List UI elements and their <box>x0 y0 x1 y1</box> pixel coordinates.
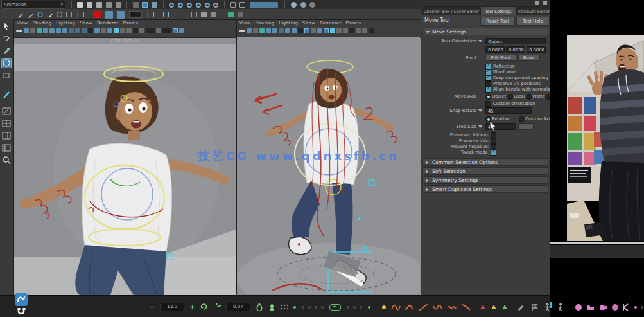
slider-dot[interactable] <box>360 306 362 309</box>
redo-icon[interactable] <box>116 2 121 8</box>
snap-grid-icon[interactable] <box>169 3 174 8</box>
curve-tool-icon[interactable] <box>17 11 24 18</box>
playblast-icon[interactable] <box>228 12 234 17</box>
video-frame[interactable] <box>550 0 644 317</box>
uv-grid-alt-icon[interactable] <box>117 11 125 19</box>
viewport-toolbar-icon[interactable] <box>253 28 258 33</box>
menu-show[interactable]: Show <box>80 21 92 26</box>
menu-view[interactable]: View <box>239 21 250 26</box>
text-tool-icon[interactable] <box>83 12 89 17</box>
dot-grid-icon[interactable] <box>280 304 288 311</box>
pin-icon[interactable] <box>535 1 539 5</box>
curve-preset-snake-icon[interactable] <box>447 303 457 311</box>
pink-ball-icon[interactable] <box>612 304 618 311</box>
slider-dot-active[interactable] <box>368 306 370 309</box>
curve-preset-step-icon[interactable] <box>405 303 414 311</box>
axis-x-field[interactable]: 0.0000 <box>485 46 505 53</box>
viewport-toolbar-icon[interactable] <box>259 28 265 33</box>
poly-cylinder-icon[interactable] <box>173 12 178 17</box>
tween-plus-button[interactable]: + <box>189 303 195 312</box>
tab-attribute-editor[interactable]: Attribute Editor <box>516 6 551 16</box>
tweak-mode-checkbox[interactable] <box>491 150 496 156</box>
shelf-extra-icon[interactable] <box>201 12 207 17</box>
section-smart-duplicate[interactable]: Smart Duplicate Settings <box>422 185 548 193</box>
viewport-toolbar-icon[interactable] <box>349 28 354 33</box>
edit-pivot-button[interactable]: Edit Pivot <box>485 55 516 61</box>
layout-single-button[interactable] <box>1 106 12 116</box>
poly-plane-icon[interactable] <box>182 12 187 17</box>
pink-circle-icon[interactable] <box>575 304 582 311</box>
viewport-toolbar-icon[interactable] <box>133 28 138 33</box>
chevron-down-icon[interactable] <box>478 40 482 42</box>
viewport-toolbar-icon[interactable] <box>304 28 309 33</box>
pink-folder-icon[interactable] <box>586 303 595 311</box>
viewport-toolbar-icon[interactable] <box>298 28 303 33</box>
viewport-toolbar-icon[interactable] <box>82 28 87 33</box>
arc-tool-icon[interactable] <box>37 12 43 17</box>
axis-z-field[interactable]: 0.0000 <box>527 46 546 53</box>
viewport-toolbar-icon[interactable] <box>317 28 322 33</box>
tab-channel-box[interactable]: Channel Box / Layer Editor <box>422 6 480 16</box>
pen-tool[interactable] <box>1 89 12 100</box>
tool-help-button[interactable]: Tool Help <box>516 17 550 26</box>
section-common-selection[interactable]: Common Selection Options <box>422 158 548 166</box>
snap-rotate-field[interactable]: 45 <box>485 107 532 114</box>
slider-dot[interactable] <box>308 306 311 309</box>
rotate-tool[interactable] <box>1 70 12 80</box>
square-tool-icon[interactable] <box>66 12 72 17</box>
curve-preset-fall-icon[interactable] <box>461 303 471 311</box>
viewport-toolbar-icon[interactable] <box>292 28 297 33</box>
snap-projected-center-icon[interactable] <box>196 3 201 8</box>
cycle-icon[interactable] <box>200 303 208 311</box>
render-icon[interactable] <box>291 2 297 8</box>
middle-viewport[interactable]: ViewShadingLightingShowRendererPanels <box>236 19 422 296</box>
viewport-toolbar-icon[interactable] <box>239 30 245 32</box>
menu-renderer[interactable]: Renderer <box>97 21 119 26</box>
viewport-toolbar-icon[interactable] <box>139 28 144 33</box>
pink-dot[interactable] <box>634 306 637 309</box>
tangent-flag-green-icon[interactable] <box>502 305 507 309</box>
slider-dot[interactable] <box>353 306 356 309</box>
poly-torus-icon[interactable] <box>191 12 197 17</box>
make-live-icon[interactable] <box>213 3 218 8</box>
viewport-toolbar-icon[interactable] <box>173 28 178 33</box>
viewport-toolbar-icon[interactable] <box>75 28 80 33</box>
video-reference-panel[interactable]: mood 0001.jpg <box>550 0 644 317</box>
render-settings-icon[interactable] <box>309 2 315 8</box>
select-component-icon[interactable] <box>152 2 157 8</box>
range-slider-icon[interactable] <box>329 304 341 311</box>
viewport-toolbar-icon[interactable] <box>49 28 55 33</box>
viewport-toolbar-icon[interactable] <box>266 28 271 33</box>
viewport-toolbar-icon[interactable] <box>62 28 67 33</box>
new-scene-icon[interactable] <box>77 2 83 8</box>
viewport-toolbar-icon[interactable] <box>69 28 74 33</box>
move-axis-object-radio[interactable] <box>485 94 491 100</box>
black-swatch[interactable] <box>129 11 142 18</box>
custom-orientation-checkbox[interactable] <box>485 101 491 107</box>
pivot-reset-button[interactable]: Reset <box>518 55 540 61</box>
viewport-toolbar-icon[interactable] <box>336 28 342 33</box>
tween-value-field[interactable]: 13.0 <box>160 303 184 311</box>
save-scene-icon[interactable] <box>96 2 102 8</box>
snap-view-plane-icon[interactable] <box>205 3 210 8</box>
ep-curve-icon[interactable] <box>46 11 53 18</box>
undo-icon[interactable] <box>106 2 112 8</box>
circle-tool-icon[interactable] <box>57 12 62 17</box>
viewport-toolbar-icon[interactable] <box>56 28 61 33</box>
section-symmetry[interactable]: Symmetry Settings <box>422 176 548 184</box>
tangent-flag-yellow-icon[interactable] <box>491 305 496 309</box>
left-viewport[interactable]: ViewShadingLightingShowRendererPanels sh… <box>13 19 236 296</box>
curve-preset-ease-icon[interactable] <box>419 303 428 311</box>
section-move-settings[interactable]: Move Settings <box>422 28 548 35</box>
select-object-icon[interactable] <box>142 2 148 8</box>
menu-view[interactable]: View <box>17 21 28 26</box>
viewport-toolbar-icon[interactable] <box>356 28 361 33</box>
pink-camera-icon[interactable] <box>599 303 607 311</box>
step-size-field[interactable]: 49 <box>485 123 516 130</box>
custom-axis-radio[interactable] <box>519 116 525 122</box>
slider-dot[interactable] <box>302 306 304 309</box>
tween-minus-button[interactable]: − <box>149 303 155 312</box>
viewport-toolbar-icon[interactable] <box>16 30 22 32</box>
viewport-toolbar-icon[interactable] <box>120 28 125 33</box>
menu-lighting[interactable]: Lighting <box>279 21 298 26</box>
